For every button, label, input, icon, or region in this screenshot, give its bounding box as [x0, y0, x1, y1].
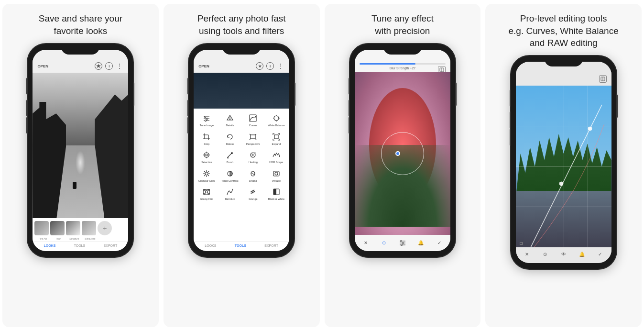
phone-1: OPEN i ⋮: [28, 44, 133, 257]
nav-looks-2[interactable]: LOOKS: [205, 244, 216, 247]
open-label-2[interactable]: OPEN: [198, 64, 209, 68]
rotate-icon: [225, 132, 235, 142]
nav-looks-1[interactable]: LOOKS: [44, 244, 56, 247]
tool-label: Brush: [227, 161, 233, 164]
tool-label: Black & White: [268, 198, 284, 201]
curve-bottom-dot[interactable]: [520, 242, 523, 245]
svg-line-45: [204, 175, 205, 176]
tool-hdr-scape[interactable]: HDR Scape: [265, 148, 288, 166]
nav-export-1[interactable]: EXPORT: [104, 244, 118, 247]
tool-brush[interactable]: Brush: [219, 148, 241, 166]
tool-details[interactable]: Details: [219, 111, 241, 129]
nav-export-2[interactable]: EXPORT: [264, 244, 278, 247]
tool-white-balance[interactable]: White Balance: [265, 111, 288, 129]
settings-icon-1[interactable]: [95, 62, 102, 70]
info-icon-1[interactable]: i: [105, 62, 113, 70]
add-look-button[interactable]: +: [98, 221, 112, 235]
phone-1-notch: [61, 44, 99, 55]
tool-rotate[interactable]: Rotate: [219, 130, 241, 148]
tool-selective[interactable]: Selective: [196, 148, 218, 166]
selective-action[interactable]: ⊙: [379, 238, 389, 247]
tools-label-2: TOOLS: [235, 244, 246, 247]
tool-label: Tonal Contrast: [221, 179, 238, 183]
cancel-action-4[interactable]: ✕: [522, 250, 532, 259]
card-1: Save and share your favorite looks OPEN …: [2, 4, 159, 327]
nav-tools-2[interactable]: TOOLS: [235, 244, 246, 247]
photo-flowers: [355, 72, 450, 235]
crop-icon: [202, 132, 211, 142]
look-thumb-1[interactable]: [34, 221, 49, 235]
bell-action[interactable]: 🔔: [416, 238, 426, 247]
card-3-title: Tune any effect with precision: [371, 12, 434, 37]
phone-3-screen: Blur Strength +27: [355, 50, 450, 251]
tool-expand[interactable]: Expand: [265, 130, 288, 148]
svg-point-55: [206, 191, 208, 193]
tool-label: Grainy Film: [200, 198, 213, 201]
looks-thumbnails: +: [34, 221, 126, 235]
card-2: Perfect any photo fast using tools and f…: [164, 4, 320, 327]
retrolux-icon: [225, 187, 235, 197]
tool-retrolux[interactable]: Retrolux: [219, 185, 241, 203]
slider-track[interactable]: [360, 63, 446, 65]
looks-label-1: LOOKS: [44, 244, 56, 247]
tool-healing[interactable]: Healing: [242, 148, 264, 166]
tools-label-1: TOOLS: [74, 244, 86, 247]
nav-tools-1[interactable]: TOOLS: [74, 244, 86, 247]
phone-4-bottom-bar: ✕ ⊙ 👁 🔔 ✓: [516, 247, 611, 263]
svg-rect-24: [274, 135, 278, 139]
card-4: Pro-level editing tools e.g. Curves, Whi…: [485, 4, 642, 327]
svg-line-43: [208, 175, 209, 176]
svg-line-23: [255, 139, 256, 140]
card-4-title: Pro-level editing tools e.g. Curves, Whi…: [509, 12, 619, 49]
steam: [76, 151, 85, 175]
svg-line-22: [250, 139, 251, 140]
phone-2-bottom-nav: LOOKS TOOLS EXPORT: [194, 241, 289, 251]
svg-line-42: [204, 171, 205, 172]
tool-drama[interactable]: Drama: [242, 167, 264, 185]
tool-vintage[interactable]: Vintage: [265, 167, 288, 185]
grid-line: [588, 86, 588, 247]
tool-label: Crop: [204, 143, 209, 146]
phone-2-topbar-icons: ★ i ⋮: [256, 62, 284, 70]
svg-point-37: [205, 172, 208, 175]
cancel-action[interactable]: ✕: [361, 238, 371, 247]
tool-curves[interactable]: Curves: [242, 111, 264, 129]
tool-label: Healing: [249, 161, 258, 164]
look-thumb-2[interactable]: [50, 221, 65, 235]
confirm-action[interactable]: ✓: [435, 238, 444, 247]
tool-label: Perspective: [246, 143, 260, 146]
tool-label: Expand: [272, 143, 281, 146]
slider-fill: [360, 63, 415, 65]
tool-label: Glamour Glow: [198, 179, 215, 183]
svg-point-65: [401, 244, 402, 246]
selection-circle: [381, 132, 424, 175]
tool-grainy-film[interactable]: Grainy Film: [196, 185, 218, 203]
tool-label: Tune Image: [200, 124, 214, 127]
bell-action-4[interactable]: 🔔: [577, 250, 587, 259]
more-icon-2[interactable]: ⋮: [277, 62, 284, 70]
svg-point-10: [274, 116, 279, 121]
look-thumb-4[interactable]: [82, 221, 96, 235]
tool-crop[interactable]: Crop: [196, 130, 218, 148]
curves-action-4[interactable]: ⊙: [540, 250, 550, 259]
tune-action[interactable]: [398, 238, 407, 247]
confirm-action-4[interactable]: ✓: [595, 250, 605, 259]
phone-4: ✕ ⊙ 👁 🔔 ✓: [511, 56, 616, 269]
open-label-1[interactable]: OPEN: [37, 64, 48, 68]
compare-button-4[interactable]: [599, 75, 607, 83]
tool-tune-image[interactable]: Tune Image: [196, 111, 218, 129]
look-thumb-3[interactable]: [66, 221, 80, 235]
eye-action-4[interactable]: 👁: [559, 250, 568, 259]
curves-icon: [248, 113, 258, 123]
tool-tonal-contrast[interactable]: Tonal Contrast: [219, 167, 241, 185]
tool-grunge[interactable]: Grunge: [242, 185, 264, 203]
info-icon-2[interactable]: i: [266, 62, 274, 70]
settings-icon-2[interactable]: ★: [256, 62, 263, 70]
tool-perspective[interactable]: Perspective: [242, 130, 264, 148]
more-icon-1[interactable]: ⋮: [116, 62, 123, 70]
card-3: Tune any effect with precision Blur Stre…: [325, 4, 481, 327]
looks-label-2: LOOKS: [205, 244, 216, 247]
tool-glamour-glow[interactable]: Glamour Glow: [196, 167, 218, 185]
tool-black-white[interactable]: Black & White: [265, 185, 288, 203]
tools-grid: Tune Image Details: [196, 111, 287, 203]
